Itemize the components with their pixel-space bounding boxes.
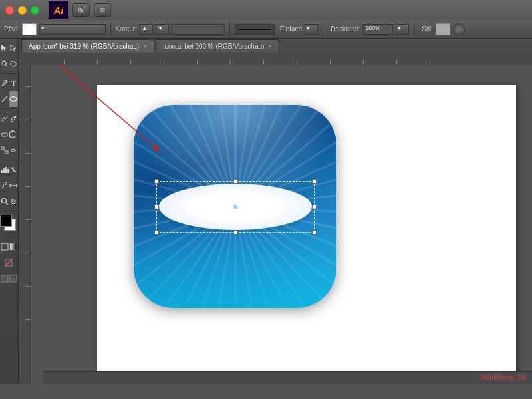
svg-rect-23 bbox=[1, 243, 8, 250]
tick-h12 bbox=[430, 60, 430, 65]
close-button[interactable] bbox=[5, 6, 14, 15]
measure-tool[interactable] bbox=[9, 178, 19, 194]
svg-line-11 bbox=[4, 150, 5, 151]
fill-dropdown[interactable]: ▾ bbox=[39, 24, 106, 35]
tool-row-eraser bbox=[0, 126, 18, 142]
direct-select-tool[interactable] bbox=[9, 40, 19, 56]
stil-swatch[interactable] bbox=[436, 23, 450, 35]
view-mode-btn1[interactable] bbox=[0, 271, 9, 287]
kontur-value[interactable] bbox=[172, 24, 225, 35]
tick-v4 bbox=[25, 186, 31, 187]
app-icon-container bbox=[134, 105, 336, 308]
handle-tm[interactable] bbox=[233, 179, 238, 184]
stroke-type-dropdown[interactable]: ▾ bbox=[305, 24, 318, 35]
warp-tool[interactable] bbox=[9, 142, 19, 158]
svg-point-21 bbox=[1, 199, 6, 203]
svg-point-4 bbox=[6, 80, 7, 82]
zoom-tool[interactable] bbox=[0, 194, 9, 209]
kontur-size-up[interactable]: ▲ bbox=[140, 24, 153, 35]
view-mode-btn2[interactable] bbox=[9, 271, 19, 287]
tick-h2 bbox=[97, 60, 98, 65]
tick-h9 bbox=[330, 60, 331, 65]
tool-divider3 bbox=[2, 160, 17, 160]
app-icon: Ai bbox=[49, 1, 68, 19]
tick-v6 bbox=[25, 253, 31, 253]
tick-v1 bbox=[25, 86, 31, 87]
tick-v3 bbox=[25, 153, 31, 154]
slice-tool[interactable] bbox=[9, 162, 19, 178]
svg-rect-10 bbox=[5, 151, 8, 154]
gradient-mode-btn[interactable] bbox=[9, 239, 19, 255]
svg-line-22 bbox=[6, 203, 8, 205]
ruler-corner bbox=[19, 53, 31, 65]
minimize-button[interactable] bbox=[18, 6, 27, 15]
svg-rect-14 bbox=[5, 167, 7, 173]
type-tool[interactable]: T bbox=[9, 75, 19, 91]
tool-row-scale bbox=[0, 142, 18, 158]
pencil-tool[interactable] bbox=[9, 110, 19, 126]
rotate-tool[interactable] bbox=[9, 126, 19, 142]
tick-v2 bbox=[25, 120, 31, 120]
tool-row-none bbox=[0, 255, 18, 271]
magic-wand-tool[interactable] bbox=[0, 56, 9, 72]
opacity-end-button[interactable] bbox=[453, 23, 465, 35]
ellipse-tool[interactable] bbox=[9, 91, 19, 107]
svg-line-5 bbox=[2, 96, 7, 102]
br-button[interactable]: Br bbox=[72, 3, 90, 17]
tool-row-brush bbox=[0, 110, 18, 126]
tool-divider5 bbox=[2, 237, 17, 237]
tool-divider2 bbox=[2, 108, 17, 109]
separator3 bbox=[323, 23, 323, 36]
selection-box bbox=[156, 181, 315, 233]
tool-row-select bbox=[0, 40, 18, 56]
tool-divider1 bbox=[2, 73, 17, 74]
paintbrush-tool[interactable] bbox=[0, 110, 9, 126]
titlebar: Ai Br ⊞ bbox=[0, 0, 532, 20]
canvas-area[interactable]: Abbildung: 38 bbox=[19, 53, 532, 384]
tab-icon-ai[interactable]: Icon.ai bei 300 % (RGB/Vorschau) × bbox=[156, 39, 279, 53]
svg-rect-30 bbox=[11, 277, 15, 281]
fill-swatch[interactable] bbox=[22, 23, 37, 35]
ruler-horizontal bbox=[31, 53, 532, 65]
tick-v5 bbox=[25, 219, 31, 220]
none-btn[interactable] bbox=[0, 255, 17, 271]
tick-v7 bbox=[25, 286, 31, 287]
svg-rect-25 bbox=[10, 243, 17, 250]
tick-h1 bbox=[64, 60, 65, 65]
tab-app-icon[interactable]: App Icon* bei 319 % (RGB/Vorschau) × bbox=[21, 39, 154, 53]
handle-tl[interactable] bbox=[154, 179, 159, 184]
select-tool[interactable] bbox=[0, 40, 9, 56]
stil-label: Stil: bbox=[422, 25, 433, 33]
swatch-container[interactable] bbox=[0, 215, 19, 233]
tab1-close[interactable]: × bbox=[143, 43, 147, 50]
ruler-vertical bbox=[19, 53, 31, 384]
color-mode-btn[interactable] bbox=[0, 239, 9, 255]
document-canvas[interactable]: Abbildung: 38 bbox=[31, 65, 532, 384]
layout-button[interactable]: ⊞ bbox=[94, 3, 111, 17]
tick-h3 bbox=[130, 60, 131, 65]
stroke-preview bbox=[235, 24, 275, 35]
deckkraft-input[interactable]: 100% bbox=[363, 24, 393, 35]
deckkraft-dropdown[interactable]: ▾ bbox=[396, 24, 409, 35]
svg-line-27 bbox=[5, 259, 12, 266]
toolbar: Pfad ▾ Kontur: ▲ ▼ Einfach ▾ Deckkraft: … bbox=[0, 20, 532, 39]
kontur-size-down[interactable]: ▼ bbox=[156, 24, 169, 35]
lasso-tool[interactable] bbox=[9, 56, 19, 72]
pen-tool[interactable] bbox=[0, 75, 9, 91]
hand-tool[interactable] bbox=[9, 194, 19, 209]
tool-row-zoom bbox=[0, 194, 18, 209]
line-tool[interactable] bbox=[0, 91, 9, 107]
scale-tool[interactable] bbox=[0, 142, 9, 158]
maximize-button[interactable] bbox=[31, 6, 39, 15]
handle-ml[interactable] bbox=[154, 205, 159, 209]
tool-row-pen: T bbox=[0, 75, 18, 91]
graph-tool[interactable] bbox=[0, 162, 9, 178]
handle-mr[interactable] bbox=[312, 205, 317, 209]
eyedropper-tool[interactable] bbox=[0, 178, 9, 194]
handle-tr[interactable] bbox=[312, 179, 317, 184]
stroke-type-label: Einfach bbox=[280, 25, 302, 33]
bottom-gradient bbox=[134, 227, 336, 308]
foreground-swatch[interactable] bbox=[0, 215, 12, 227]
tab2-close[interactable]: × bbox=[268, 43, 272, 50]
eraser-tool[interactable] bbox=[0, 126, 9, 142]
